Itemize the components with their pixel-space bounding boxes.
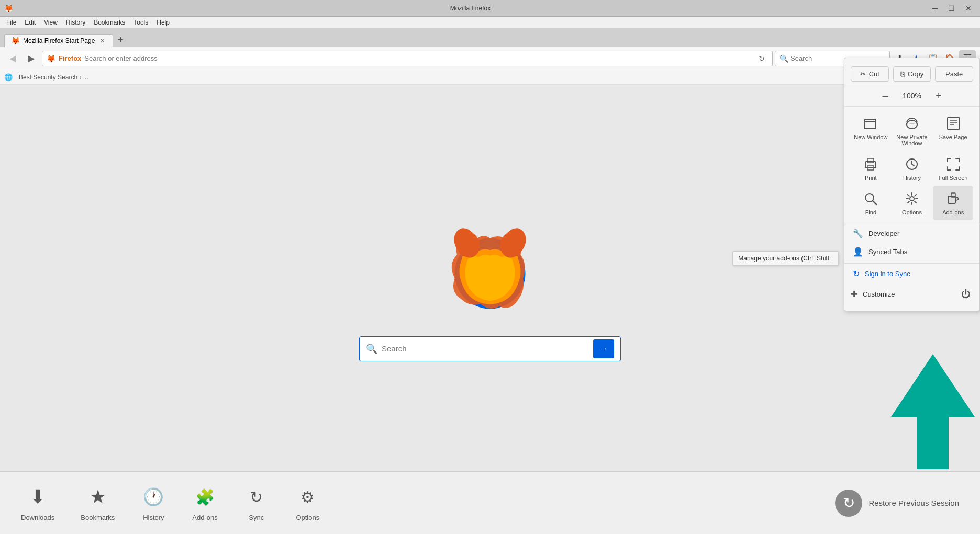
zoom-out-button[interactable]: – xyxy=(878,88,893,103)
addon-tooltip: Manage your add-ons (Ctrl+Shift+ xyxy=(732,251,839,266)
save-page-label: Save Page xyxy=(939,134,967,140)
bookmark-item-security[interactable]: Best Security Search ‹ ... xyxy=(15,73,93,82)
menu-options[interactable]: Options xyxy=(892,186,932,220)
menu-private-window[interactable]: New Private Window xyxy=(892,111,932,151)
addons-menu-label: Add-ons xyxy=(942,209,964,215)
tab-bar: 🦊 Mozilla Firefox Start Page ✕ + xyxy=(0,28,980,47)
menu-tools[interactable]: Tools xyxy=(129,18,152,27)
customize-row[interactable]: ✚ Customize xyxy=(851,286,959,302)
dock-addons[interactable]: 🧩 Add-ons xyxy=(192,484,217,521)
developer-icon: 🔧 xyxy=(853,229,863,238)
sign-in-label: Sign in to Sync xyxy=(865,270,910,278)
dock-history[interactable]: 🕐 History xyxy=(141,484,166,521)
menu-addons[interactable]: Add-ons xyxy=(933,186,973,220)
homepage-search-input[interactable] xyxy=(382,344,589,353)
restore-session-button[interactable]: ↻ Restore Previous Session xyxy=(835,490,959,517)
svg-marker-3 xyxy=(891,354,975,469)
globe-icon: 🌐 xyxy=(4,73,13,81)
options-menu-icon xyxy=(904,190,920,207)
menu-view[interactable]: View xyxy=(40,18,62,27)
addons-icon: 🧩 xyxy=(193,484,218,509)
downloads-icon: ⬇ xyxy=(25,484,50,509)
address-bar-container: 🦊 Firefox ↻ xyxy=(42,51,773,66)
history-label: History xyxy=(143,514,164,521)
zoom-in-button[interactable]: + xyxy=(931,88,946,103)
back-button[interactable]: ◀ xyxy=(4,50,21,67)
bookmarks-icon: ★ xyxy=(85,484,110,509)
active-tab[interactable]: 🦊 Mozilla Firefox Start Page ✕ xyxy=(4,34,113,47)
forward-button[interactable]: ▶ xyxy=(23,50,40,67)
history-menu-label: History xyxy=(903,175,921,181)
customize-icon: ✚ xyxy=(851,289,858,299)
dock-sync[interactable]: ↻ Sync xyxy=(244,484,269,521)
homepage-center: 🔍 → xyxy=(359,226,621,361)
developer-label: Developer xyxy=(868,230,899,237)
clipboard-row: ✂ Cut ⎘ Copy Paste xyxy=(844,63,979,85)
print-label: Print xyxy=(865,175,877,181)
search-icon: 🔍 xyxy=(779,54,788,63)
menu-history[interactable]: History xyxy=(62,18,90,27)
menu-edit[interactable]: Edit xyxy=(20,18,40,27)
cut-icon: ✂ xyxy=(860,70,866,78)
nav-bar: ◀ ▶ 🦊 Firefox ↻ 🔍 ⬇ ★ 📋 🏠 ☰ xyxy=(0,47,980,70)
dock-options[interactable]: ⚙ Options xyxy=(295,484,320,521)
menu-help[interactable]: Help xyxy=(152,18,174,27)
menu-print[interactable]: Print xyxy=(851,152,891,185)
title-bar: 🦊 Mozilla Firefox ─ ☐ ✕ xyxy=(0,0,980,17)
developer-row[interactable]: 🔧 Developer xyxy=(844,224,979,243)
title-bar-controls: ─ ☐ ✕ xyxy=(928,3,976,14)
menu-bookmarks[interactable]: Bookmarks xyxy=(90,18,129,27)
synced-tabs-label: Synced Tabs xyxy=(868,248,907,256)
print-icon xyxy=(862,156,879,173)
new-window-label: New Window xyxy=(854,134,887,140)
history-menu-icon xyxy=(904,156,920,173)
menu-file[interactable]: File xyxy=(2,18,20,27)
copy-button[interactable]: ⎘ Copy xyxy=(893,66,931,82)
new-tab-button[interactable]: + xyxy=(113,33,128,46)
menu-save-page[interactable]: Save Page xyxy=(933,111,973,151)
private-window-label: New Private Window xyxy=(894,134,930,146)
options-label: Options xyxy=(296,514,319,521)
address-input[interactable] xyxy=(84,54,752,62)
close-button[interactable]: ✕ xyxy=(961,3,976,14)
synced-tabs-row[interactable]: 👤 Synced Tabs xyxy=(844,243,979,261)
menu-new-window[interactable]: New Window xyxy=(851,111,891,151)
cut-button[interactable]: ✂ Cut xyxy=(851,66,889,82)
options-icon: ⚙ xyxy=(295,484,320,509)
maximize-button[interactable]: ☐ xyxy=(944,3,959,14)
app-icon: 🦊 xyxy=(4,4,13,13)
homepage-search-bar: 🔍 → xyxy=(359,336,621,361)
menu-fullscreen[interactable]: Full Screen xyxy=(933,152,973,185)
tab-close-button[interactable]: ✕ xyxy=(98,37,106,45)
sign-in-row[interactable]: ↻ Sign in to Sync xyxy=(844,263,979,283)
tab-title: Mozilla Firefox Start Page xyxy=(23,37,95,44)
customize-label: Customize xyxy=(863,290,895,298)
find-icon xyxy=(862,190,879,207)
private-window-icon xyxy=(904,115,920,132)
main-content: 🔍 → ⬇ Downloads ★ Bookmarks 🕐 History 🧩 … xyxy=(0,85,980,534)
zoom-row: – 100% + xyxy=(844,85,979,107)
menu-bar: File Edit View History Bookmarks Tools H… xyxy=(0,17,980,28)
title-bar-left: 🦊 xyxy=(4,4,13,13)
menu-history[interactable]: History xyxy=(892,152,932,185)
copy-icon: ⎘ xyxy=(900,70,905,78)
minimize-button[interactable]: ─ xyxy=(928,3,942,14)
svg-rect-5 xyxy=(864,119,876,122)
svg-line-17 xyxy=(873,201,876,204)
dock-downloads[interactable]: ⬇ Downloads xyxy=(21,484,54,521)
svg-rect-8 xyxy=(948,117,959,130)
firefox-logo xyxy=(443,226,537,321)
addons-menu-icon xyxy=(945,190,962,207)
power-button[interactable]: ⏻ xyxy=(959,287,973,302)
sync-label: Sync xyxy=(249,514,264,521)
bookmarks-bar: 🌐 Best Security Search ‹ ... xyxy=(0,70,980,85)
menu-find[interactable]: Find xyxy=(851,186,891,220)
svg-rect-4 xyxy=(864,119,876,129)
dock-bookmarks[interactable]: ★ Bookmarks xyxy=(81,484,115,521)
menu-panel: ✂ Cut ⎘ Copy Paste – 100% + New Window N… xyxy=(844,58,980,311)
reload-button[interactable]: ↻ xyxy=(755,52,768,65)
homepage-search-button[interactable]: → xyxy=(593,339,614,358)
paste-button[interactable]: Paste xyxy=(935,66,973,82)
addons-label: Add-ons xyxy=(192,514,217,521)
menu-panel-bottom: ✚ Customize ⏻ xyxy=(844,283,979,305)
